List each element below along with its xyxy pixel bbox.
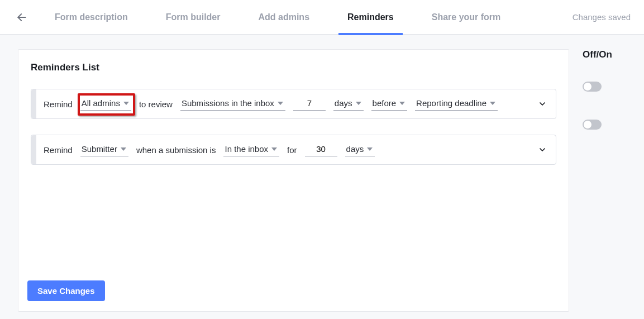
reminder-what-value: In the inbox — [225, 144, 268, 154]
reminder-what-select[interactable]: Submissions in the inbox — [180, 97, 285, 111]
chevron-down-icon — [367, 147, 373, 151]
tab-reminders[interactable]: Reminders — [345, 0, 396, 35]
reminder-toggle[interactable] — [583, 120, 602, 130]
expand-row-button[interactable] — [538, 99, 547, 108]
chevron-down-icon — [271, 147, 277, 151]
save-changes-button[interactable]: Save Changes — [27, 280, 105, 301]
reminder-who-value: Submitter — [82, 144, 117, 154]
chevron-down-icon — [490, 102, 495, 105]
reminder-unit-select[interactable]: days — [345, 143, 375, 156]
reminder-mid-label: when a submission is — [136, 145, 216, 155]
back-button[interactable] — [13, 9, 30, 26]
reminder-who-value: All admins — [82, 98, 120, 108]
tab-form-description[interactable]: Form description — [53, 0, 130, 35]
toggle-column-title: Off/On — [583, 49, 626, 60]
chevron-down-icon — [399, 102, 405, 105]
topbar: Form description Form builder Add admins… — [0, 0, 644, 35]
reminder-prefix: Remind — [44, 99, 73, 109]
reminder-anchor-select[interactable]: Reporting deadline — [415, 97, 498, 111]
reminder-what-select[interactable]: In the inbox — [223, 143, 279, 156]
tabs: Form description Form builder Add admins… — [53, 0, 573, 35]
reminder-who-select[interactable]: All admins — [80, 97, 131, 111]
section-title: Reminders List — [31, 62, 556, 73]
reminder-anchor-value: Reporting deadline — [416, 98, 486, 108]
reminder-count-input[interactable] — [305, 143, 337, 156]
reminder-relation-select[interactable]: before — [371, 97, 408, 111]
chevron-down-icon — [278, 102, 283, 105]
page: Reminders List Remind All admins to revi… — [0, 35, 644, 312]
toggle-knob — [584, 83, 591, 91]
reminder-toggle[interactable] — [583, 82, 602, 92]
arrow-left-icon — [16, 12, 27, 23]
reminder-who-select[interactable]: Submitter — [80, 143, 128, 156]
tab-add-admins[interactable]: Add admins — [256, 0, 312, 35]
reminder-for-label: for — [287, 145, 297, 155]
reminder-row: Remind Submitter when a submission is In… — [31, 135, 556, 165]
reminder-unit-select[interactable]: days — [333, 97, 364, 111]
tab-share-form[interactable]: Share your form — [430, 0, 503, 35]
reminder-unit-value: days — [335, 98, 352, 108]
expand-row-button[interactable] — [538, 145, 547, 154]
reminder-relation-value: before — [373, 98, 397, 108]
reminder-prefix: Remind — [44, 145, 73, 155]
chevron-down-icon — [538, 145, 547, 154]
chevron-down-icon — [123, 102, 129, 105]
reminder-count-input[interactable] — [293, 97, 326, 111]
chevron-down-icon — [356, 102, 361, 105]
save-status: Changes saved — [573, 12, 631, 22]
chevron-down-icon — [121, 147, 126, 151]
toggle-column: Off/On — [583, 49, 626, 312]
tab-form-builder[interactable]: Form builder — [164, 0, 223, 35]
reminder-unit-value: days — [346, 144, 364, 154]
toggle-knob — [584, 121, 591, 128]
reminders-panel: Reminders List Remind All admins to revi… — [18, 49, 569, 312]
reminder-mid-label: to review — [139, 99, 173, 109]
reminder-row: Remind All admins to review Submissions … — [31, 89, 556, 119]
chevron-down-icon — [538, 99, 547, 108]
reminder-what-value: Submissions in the inbox — [182, 98, 274, 108]
